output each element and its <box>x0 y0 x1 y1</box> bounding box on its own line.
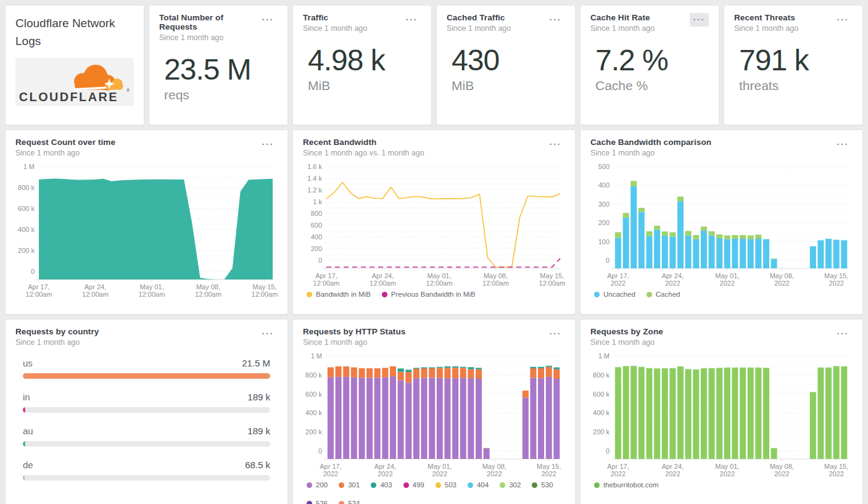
legend-item[interactable]: 526 <box>307 500 328 504</box>
panel-subtitle: Since 1 month ago vs. 1 month ago <box>303 149 424 157</box>
legend-item[interactable]: 200 <box>307 481 328 489</box>
panel-subtitle: Since 1 month ago <box>590 149 711 157</box>
legend-dot-icon <box>594 482 600 488</box>
country-bar-track <box>23 407 270 413</box>
svg-text:600: 600 <box>311 221 322 229</box>
panel-subtitle: Since 1 month ago <box>15 338 99 347</box>
cache-bandwidth-legend: UncachedCached <box>594 291 853 298</box>
svg-text:2022: 2022 <box>323 470 338 477</box>
legend-item[interactable]: Cached <box>647 291 680 298</box>
svg-text:200: 200 <box>311 245 322 252</box>
svg-text:0: 0 <box>31 268 35 275</box>
panel-menu-button[interactable]: ··· <box>258 327 278 341</box>
svg-text:2022: 2022 <box>378 470 392 477</box>
legend-label: 530 <box>541 481 553 489</box>
panel-brand: Cloudflare Network Logs CLOUDFLARE ® <box>5 5 144 125</box>
svg-text:May 08,: May 08, <box>196 283 220 291</box>
svg-text:May 01,: May 01, <box>428 463 452 470</box>
svg-text:May 15,: May 15, <box>537 463 561 470</box>
http-status-bar-chart[interactable]: 1 M800 k600 k400 k200 k0Apr 17,2022Apr 2… <box>303 349 565 479</box>
legend-item[interactable]: 524 <box>339 500 360 504</box>
panel-menu-button[interactable]: ··· <box>690 13 709 27</box>
svg-text:12:00am: 12:00am <box>139 291 165 298</box>
panel-menu-button[interactable]: ··· <box>833 13 853 27</box>
bandwidth-line-chart[interactable]: 1.6 k1.4 k1.2 k1 k8006004002000Apr 17,12… <box>303 160 565 288</box>
panel-menu-button[interactable]: ··· <box>833 138 853 151</box>
panel-title: Cached Traffic <box>447 13 511 22</box>
legend-label: 524 <box>348 500 360 504</box>
panel-title: Cache Hit Rate <box>590 13 655 22</box>
svg-text:1.4 k: 1.4 k <box>307 175 322 182</box>
svg-text:200: 200 <box>598 219 610 226</box>
country-value: 189 k <box>247 426 270 436</box>
legend-item[interactable]: 404 <box>468 481 489 489</box>
svg-text:Apr 24,: Apr 24, <box>662 463 684 470</box>
stat-panel-recent-threats: Recent Threats Since 1 month ago ··· 791… <box>724 5 863 125</box>
legend-item[interactable]: 403 <box>371 481 392 489</box>
panel-title: Recent Bandwidth <box>303 138 424 147</box>
svg-text:Apr 24,: Apr 24, <box>85 283 106 291</box>
legend-item[interactable]: Uncached <box>594 291 635 298</box>
svg-text:Apr 17,: Apr 17, <box>607 272 629 279</box>
legend-label: 503 <box>445 481 457 489</box>
panel-requests-by-http-status: Requests by HTTP Status Since 1 month ag… <box>292 319 576 504</box>
svg-text:2022: 2022 <box>611 470 626 477</box>
svg-text:May 15,: May 15, <box>824 463 848 470</box>
svg-text:May 08,: May 08, <box>484 272 508 279</box>
legend-label: Previous Bandwidth in MiB <box>391 291 476 298</box>
zone-bar-chart[interactable]: 1 M800 k600 k400 k200 k0Apr 17,2022Apr 2… <box>590 349 853 479</box>
legend-label: Uncached <box>603 291 635 298</box>
legend-dot-icon <box>307 482 312 488</box>
panel-menu-button[interactable]: ··· <box>258 138 278 151</box>
panel-menu-button[interactable]: ··· <box>546 13 566 27</box>
panel-menu-button[interactable]: ··· <box>546 327 566 341</box>
svg-text:1.2 k: 1.2 k <box>307 186 322 194</box>
svg-text:300: 300 <box>598 200 610 208</box>
legend-label: 301 <box>348 481 360 489</box>
country-row-de: de 68.5 k <box>23 460 270 481</box>
svg-text:May 15,: May 15, <box>540 272 564 279</box>
country-row-au: au 189 k <box>23 426 270 447</box>
panel-menu-button[interactable]: ··· <box>833 327 853 341</box>
panel-menu-button[interactable]: ··· <box>402 13 422 27</box>
svg-text:May 01,: May 01, <box>715 463 739 470</box>
panel-subtitle: Since 1 month ago <box>303 338 405 347</box>
panel-subtitle: Since 1 month ago <box>734 24 798 33</box>
svg-text:Apr 17,: Apr 17, <box>607 463 629 470</box>
legend-item[interactable]: 301 <box>339 481 360 489</box>
panel-menu-button[interactable]: ··· <box>546 138 566 151</box>
legend-dot-icon <box>339 501 344 504</box>
svg-text:800: 800 <box>311 210 322 217</box>
svg-text:2022: 2022 <box>432 470 447 477</box>
country-bar-fill <box>23 475 25 481</box>
svg-text:May 01,: May 01, <box>715 272 739 279</box>
panel-menu-button[interactable]: ··· <box>258 13 278 27</box>
cache-bandwidth-bar-chart[interactable]: 5004003002001000Apr 17,2022Apr 24,2022Ma… <box>590 160 853 288</box>
stats-row: Cloudflare Network Logs CLOUDFLARE ® <box>5 5 863 125</box>
svg-text:2022: 2022 <box>665 470 680 477</box>
legend-item[interactable]: Previous Bandwidth in MiB <box>382 291 476 298</box>
legend-label: 403 <box>380 481 392 489</box>
legend-label: Cached <box>656 291 680 298</box>
svg-text:600 k: 600 k <box>305 390 322 398</box>
legend-item[interactable]: 503 <box>436 481 457 489</box>
country-bar-fill <box>23 441 25 447</box>
svg-text:12:00am: 12:00am <box>195 291 221 298</box>
panel-title: Request Count over time <box>15 138 115 147</box>
svg-text:12:00am: 12:00am <box>26 291 52 298</box>
country-bar-fill <box>23 407 25 413</box>
stat-value: 23.5 M <box>164 54 278 85</box>
svg-text:500: 500 <box>598 163 610 170</box>
svg-text:2022: 2022 <box>541 470 556 477</box>
legend-item[interactable]: 499 <box>403 481 424 489</box>
svg-text:May 01,: May 01, <box>427 272 451 279</box>
legend-item[interactable]: 302 <box>500 481 521 489</box>
svg-text:Apr 24,: Apr 24, <box>372 272 394 279</box>
stat-panel-total-requests: Total Number of Requests Since 1 month a… <box>149 5 288 125</box>
legend-item[interactable]: 530 <box>532 481 553 489</box>
legend-item[interactable]: Bandwidth in MiB <box>307 291 371 298</box>
panel-title: Requests by HTTP Status <box>303 327 405 336</box>
legend-item[interactable]: theburritobot.com <box>594 481 659 489</box>
request-count-area-chart[interactable]: 1 M800 k600 k400 k200 k0Apr 17,12:00amAp… <box>15 160 278 299</box>
charts-row-2: Requests by country Since 1 month ago ··… <box>5 319 863 504</box>
